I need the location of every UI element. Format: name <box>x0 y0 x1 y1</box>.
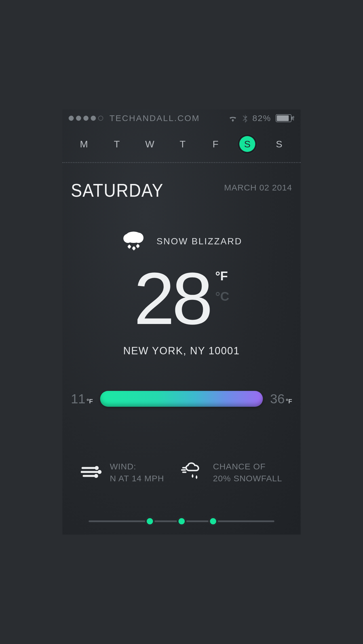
details-row: WIND: N AT 14 MPH CHANCE OF <box>62 461 301 484</box>
condition-label: SNOW BLIZZARD <box>157 236 242 247</box>
rain-cloud-icon <box>181 462 206 483</box>
range-high-value: 36 <box>270 391 285 406</box>
day-tab-fri[interactable]: F <box>206 139 225 150</box>
pager-dot-3[interactable] <box>208 516 218 526</box>
temperature-row: 28 °F °C <box>62 262 301 335</box>
wind-value: N AT 14 MPH <box>110 473 164 484</box>
precip-detail: CHANCE OF 20% SNOWFALL <box>181 461 282 484</box>
svg-point-8 <box>94 474 98 478</box>
range-low: 11 °F <box>71 391 93 406</box>
temperature-range: 11 °F 36 °F <box>62 391 301 407</box>
day-tab-wed[interactable]: W <box>141 139 159 150</box>
snow-cloud-icon <box>121 229 146 253</box>
battery-percentage: 82% <box>252 113 271 123</box>
range-low-unit: °F <box>86 398 93 405</box>
svg-point-4 <box>123 234 132 243</box>
day-tab-mon[interactable]: M <box>75 139 93 150</box>
range-high-unit: °F <box>286 398 292 405</box>
svg-point-6 <box>95 466 99 470</box>
carrier-label: TECHANDALL.COM <box>109 113 200 123</box>
range-gradient-bar <box>100 391 263 407</box>
svg-point-7 <box>98 470 102 474</box>
weather-app-screen: TECHANDALL.COM 82% M T W T F <box>62 109 301 535</box>
wifi-icon <box>228 115 238 122</box>
status-bar: TECHANDALL.COM 82% <box>62 109 301 127</box>
unit-fahrenheit[interactable]: °F <box>215 269 229 283</box>
pager-dot-2[interactable] <box>177 516 186 526</box>
day-tab-thu[interactable]: T <box>174 139 192 150</box>
day-tabs: M T W T F S S <box>62 127 301 161</box>
day-tab-sun[interactable]: S <box>270 139 288 150</box>
precip-label: CHANCE OF <box>213 461 282 473</box>
day-tab-sat[interactable]: S <box>239 136 255 152</box>
page-indicator[interactable] <box>88 520 274 522</box>
day-tab-tue[interactable]: T <box>108 139 126 150</box>
signal-strength-icon <box>69 116 103 121</box>
wind-detail: WIND: N AT 14 MPH <box>81 461 164 484</box>
pager-dot-1[interactable] <box>145 516 155 526</box>
wind-icon <box>81 464 103 481</box>
range-low-value: 11 <box>71 391 85 406</box>
svg-point-5 <box>133 233 143 243</box>
svg-rect-2 <box>292 116 293 120</box>
date-label: MARCH 02 2014 <box>224 180 292 192</box>
header-row: SATURDAY MARCH 02 2014 <box>62 163 301 204</box>
precip-value: 20% SNOWFALL <box>213 473 282 484</box>
temperature-value: 28 <box>134 262 210 335</box>
wind-label: WIND: <box>110 461 164 473</box>
bluetooth-icon <box>242 114 248 123</box>
svg-rect-1 <box>277 115 289 121</box>
range-high: 36 °F <box>270 391 292 406</box>
location-label: NEW YORK, NY 10001 <box>62 345 301 357</box>
battery-icon <box>276 114 294 122</box>
condition-row: SNOW BLIZZARD <box>62 229 301 253</box>
unit-celsius[interactable]: °C <box>215 289 229 304</box>
day-name: SATURDAY <box>71 180 164 201</box>
